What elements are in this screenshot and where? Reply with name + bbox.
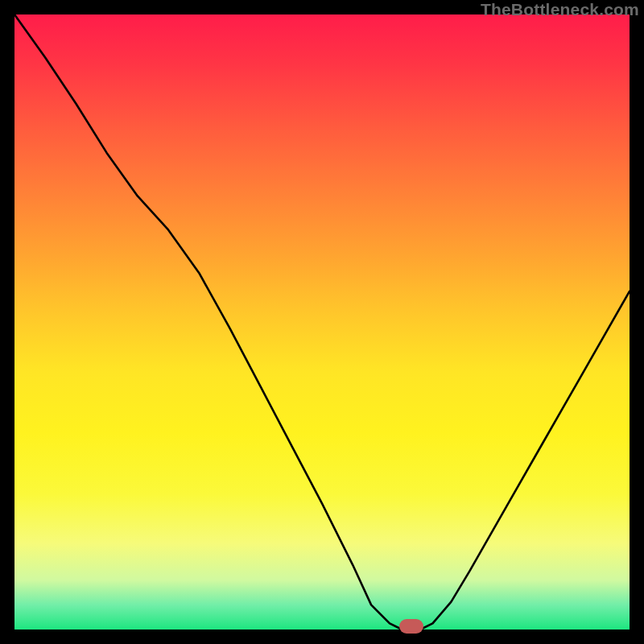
plot-area (14, 14, 630, 630)
bottleneck-curve (14, 14, 630, 630)
watermark-text: TheBottleneck.com (481, 0, 639, 19)
optimal-marker (399, 619, 423, 634)
chart-frame: TheBottleneck.com (0, 0, 644, 644)
